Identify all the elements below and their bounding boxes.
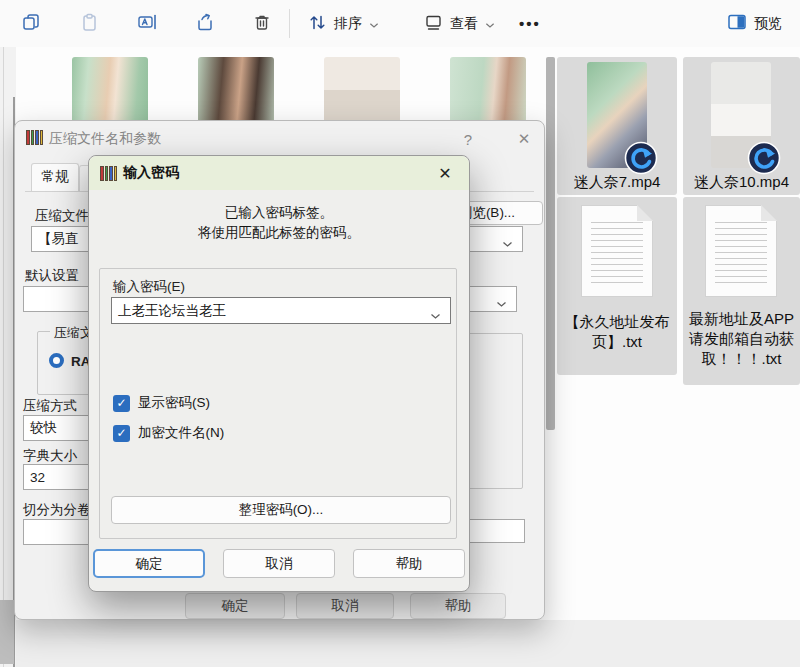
window-bottom-area xyxy=(0,620,800,667)
file-explorer-window: 排序 查看 ••• 预览 xyxy=(0,0,800,667)
help-button[interactable]: 帮助 xyxy=(353,549,465,578)
password-combobox[interactable]: 上老王论坛当老王 xyxy=(111,297,451,324)
sort-icon xyxy=(308,13,327,35)
password-label: 输入密码(E) xyxy=(113,278,185,296)
chevron-down-icon xyxy=(496,296,507,311)
show-password-checkbox[interactable]: ✓ 显示密码(S) xyxy=(113,394,210,412)
method-label: 压缩方式 xyxy=(23,397,77,415)
tab-general[interactable]: 常规 xyxy=(31,163,79,191)
dialog-title: 输入密码 xyxy=(123,164,179,182)
encrypt-filenames-label: 加密文件名(N) xyxy=(138,424,224,442)
help-titlebar-button[interactable]: ? xyxy=(457,129,479,149)
preview-button[interactable]: 预览 xyxy=(722,8,787,39)
scrollbar-thumb[interactable] xyxy=(546,57,555,430)
format-radio-rar[interactable] xyxy=(49,353,64,368)
file-item-video[interactable]: 迷人奈7.mp4 xyxy=(557,57,677,195)
chevron-down-icon xyxy=(430,308,441,323)
media-player-badge-icon xyxy=(747,141,781,175)
cancel-button[interactable]: 取消 xyxy=(223,549,335,578)
password-value: 上老王论坛当老王 xyxy=(118,302,226,320)
file-item-video[interactable]: 迷人奈10.mp4 xyxy=(683,57,800,195)
chevron-down-icon xyxy=(485,16,495,32)
ok-button[interactable]: 确定 xyxy=(185,593,285,619)
encrypt-filenames-checkbox[interactable]: ✓ 加密文件名(N) xyxy=(113,424,224,442)
explorer-toolbar: 排序 查看 ••• 预览 xyxy=(0,0,800,48)
more-options-button[interactable]: ••• xyxy=(514,8,546,39)
checkbox-checked-icon: ✓ xyxy=(113,395,130,412)
info-line-1: 已输入密码标签。 xyxy=(89,204,469,222)
file-list-area: 迷人奈7.mp4 迷人奈10.mp4 【永久地址发布页】.txt 最新地址及AP… xyxy=(0,47,800,667)
close-icon[interactable]: ✕ xyxy=(433,162,457,184)
ok-button[interactable]: 确定 xyxy=(93,549,205,578)
text-document-icon xyxy=(581,205,653,297)
close-icon[interactable]: ✕ xyxy=(513,129,535,149)
preview-label: 预览 xyxy=(754,15,782,33)
chevron-down-icon xyxy=(502,236,513,251)
rename-button[interactable] xyxy=(132,8,163,39)
dialog-title: 压缩文件名和参数 xyxy=(49,130,161,148)
paste-button[interactable] xyxy=(74,8,104,39)
view-button[interactable]: 查看 xyxy=(419,8,500,39)
winrar-icon xyxy=(100,166,117,181)
share-icon xyxy=(195,12,215,35)
help-button[interactable]: 帮助 xyxy=(410,593,506,619)
file-name: 迷人奈10.mp4 xyxy=(687,172,796,192)
preview-pane-icon xyxy=(727,13,747,34)
view-icon xyxy=(424,13,443,35)
sort-label: 排序 xyxy=(334,15,362,33)
checkbox-checked-icon: ✓ xyxy=(113,425,130,442)
rename-icon xyxy=(137,12,158,35)
more-icon: ••• xyxy=(519,15,541,32)
view-label: 查看 xyxy=(450,15,478,33)
file-name: 最新地址及APP请发邮箱自动获取！！！.txt xyxy=(687,309,796,368)
delete-button[interactable] xyxy=(247,8,277,39)
profile-label: 默认设置 xyxy=(25,267,79,285)
file-name: 迷人奈7.mp4 xyxy=(561,172,673,192)
sort-button[interactable]: 排序 xyxy=(303,8,384,39)
toolbar-separator xyxy=(289,9,290,38)
dictionary-label: 字典大小 xyxy=(23,447,77,465)
enter-password-dialog: 输入密码 ✕ 已输入密码标签。 将使用匹配此标签的密码。 输入密码(E) 上老王… xyxy=(88,155,470,592)
share-button[interactable] xyxy=(190,8,220,39)
paste-icon xyxy=(79,12,99,35)
file-item-text[interactable]: 【永久地址发布页】.txt xyxy=(557,197,677,375)
organize-passwords-button[interactable]: 整理密码(O)... xyxy=(111,496,451,524)
trash-icon xyxy=(252,12,272,35)
cancel-button[interactable]: 取消 xyxy=(296,593,394,619)
show-password-label: 显示密码(S) xyxy=(138,394,210,412)
info-line-2: 将使用匹配此标签的密码。 xyxy=(89,224,469,242)
copy-icon xyxy=(21,12,41,35)
file-name: 【永久地址发布页】.txt xyxy=(561,312,673,352)
winrar-icon xyxy=(26,130,43,145)
split-volume-label: 切分为分卷 xyxy=(23,501,91,519)
text-document-icon xyxy=(705,205,777,297)
media-player-badge-icon xyxy=(624,141,658,175)
file-item-text[interactable]: 最新地址及APP请发邮箱自动获取！！！.txt xyxy=(683,197,800,385)
chevron-down-icon xyxy=(369,16,379,32)
vertical-scrollbar[interactable] xyxy=(546,51,556,661)
copy-button[interactable] xyxy=(16,8,46,39)
